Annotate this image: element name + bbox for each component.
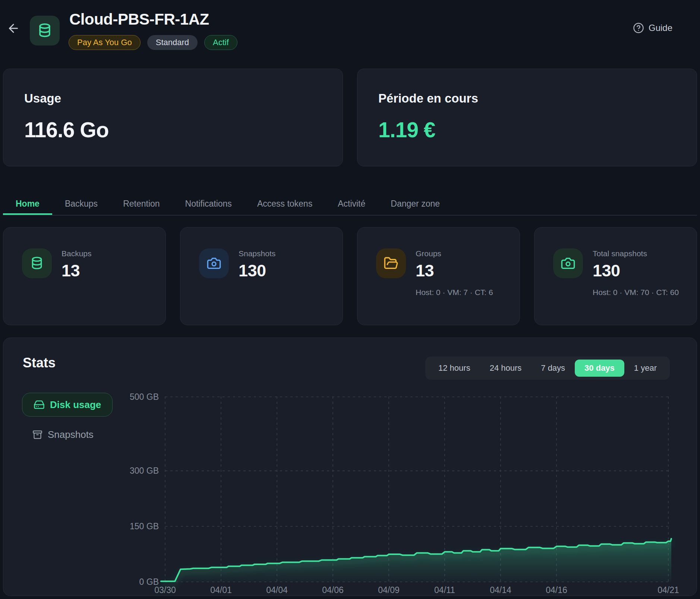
usage-value: 116.6 Go xyxy=(24,117,322,142)
hard-drive-icon xyxy=(34,399,45,410)
tab-backups[interactable]: Backups xyxy=(52,193,110,215)
svg-text:04/21: 04/21 xyxy=(658,585,679,595)
camera-icon xyxy=(553,248,583,278)
svg-text:03/30: 03/30 xyxy=(154,585,176,595)
tab-bar: Home Backups Retention Notifications Acc… xyxy=(3,193,697,216)
camera-icon xyxy=(199,248,229,278)
backups-stat-card: Backups 13 xyxy=(3,227,166,325)
svg-text:04/06: 04/06 xyxy=(322,585,344,595)
stat-label: Groups xyxy=(416,249,493,258)
datastore-icon-tile xyxy=(30,16,60,46)
tab-danger-zone[interactable]: Danger zone xyxy=(378,193,453,215)
svg-text:04/04: 04/04 xyxy=(266,585,288,595)
summary-cards: Usage 116.6 Go Période en cours 1.19 € xyxy=(3,69,697,166)
usage-label: Usage xyxy=(24,91,322,106)
svg-text:04/09: 04/09 xyxy=(378,585,400,595)
disk-usage-chart-canvas: 0 GB150 GB300 GB500 GB03/3004/0104/0404/… xyxy=(112,390,691,596)
status-badge: Actif xyxy=(204,35,237,50)
plan-badge: Standard xyxy=(147,35,198,50)
stat-breakdown: Host: 0 · VM: 70 · CT: 60 xyxy=(593,286,679,299)
back-button[interactable] xyxy=(5,20,22,37)
guide-label: Guide xyxy=(649,23,672,33)
badge-row: Pay As You Go Standard Actif xyxy=(69,35,237,50)
stat-value: 13 xyxy=(416,261,493,280)
svg-text:04/16: 04/16 xyxy=(546,585,567,595)
total-snapshots-stat-card: Total snapshots 130 Host: 0 · VM: 70 · C… xyxy=(534,227,697,325)
snapshots-label: Snapshots xyxy=(48,429,94,440)
folder-open-icon xyxy=(376,248,406,278)
tab-activite[interactable]: Activité xyxy=(325,193,378,215)
time-range-control: 12 hours 24 hours 7 days 30 days 1 year xyxy=(425,357,670,380)
svg-text:04/11: 04/11 xyxy=(434,585,455,595)
database-icon xyxy=(22,248,52,278)
range-12-hours[interactable]: 12 hours xyxy=(429,360,480,377)
billing-period-card: Période en cours 1.19 € xyxy=(357,69,697,166)
stat-label: Backups xyxy=(62,249,92,258)
snapshots-stat-card: Snapshots 130 xyxy=(180,227,343,325)
stat-value: 13 xyxy=(62,261,92,280)
billing-period-label: Période en cours xyxy=(378,91,676,106)
billing-period-value: 1.19 € xyxy=(378,117,676,142)
stat-value: 130 xyxy=(239,261,275,280)
disk-usage-metric-button[interactable]: Disk usage xyxy=(22,393,113,417)
range-7-days[interactable]: 7 days xyxy=(531,360,575,377)
help-circle-icon xyxy=(633,22,644,34)
arrow-left-icon xyxy=(7,22,20,35)
stat-label: Snapshots xyxy=(239,249,275,258)
tab-notifications[interactable]: Notifications xyxy=(173,193,245,215)
guide-link[interactable]: Guide xyxy=(633,22,672,34)
archive-icon xyxy=(32,430,42,440)
svg-text:04/01: 04/01 xyxy=(210,585,232,595)
tab-access-tokens[interactable]: Access tokens xyxy=(245,193,325,215)
range-24-hours[interactable]: 24 hours xyxy=(480,360,532,377)
tab-home[interactable]: Home xyxy=(3,193,52,215)
range-30-days[interactable]: 30 days xyxy=(575,360,624,377)
svg-text:500 GB: 500 GB xyxy=(130,392,159,402)
range-1-year[interactable]: 1 year xyxy=(624,360,666,377)
stats-title: Stats xyxy=(23,355,56,371)
stat-value: 130 xyxy=(593,261,679,280)
billing-badge: Pay As You Go xyxy=(69,35,141,50)
snapshots-metric-button[interactable]: Snapshots xyxy=(32,429,94,440)
svg-text:04/14: 04/14 xyxy=(490,585,511,595)
database-icon xyxy=(37,22,53,39)
stat-breakdown: Host: 0 · VM: 7 · CT: 6 xyxy=(416,286,493,299)
svg-text:300 GB: 300 GB xyxy=(130,466,159,476)
disk-usage-chart: 0 GB150 GB300 GB500 GB03/3004/0104/0404/… xyxy=(112,390,691,596)
svg-text:150 GB: 150 GB xyxy=(130,521,159,531)
stat-cards: Backups 13 Snapshots 130 Groups 13 Host:… xyxy=(3,227,697,325)
stat-label: Total snapshots xyxy=(593,249,679,258)
groups-stat-card: Groups 13 Host: 0 · VM: 7 · CT: 6 xyxy=(357,227,520,325)
tab-retention[interactable]: Retention xyxy=(110,193,172,215)
page-title: Cloud-PBS-FR-1AZ xyxy=(69,10,209,28)
stats-section: Stats 12 hours 24 hours 7 days 30 days 1… xyxy=(3,338,697,596)
usage-card: Usage 116.6 Go xyxy=(3,69,343,166)
disk-usage-label: Disk usage xyxy=(50,399,101,411)
